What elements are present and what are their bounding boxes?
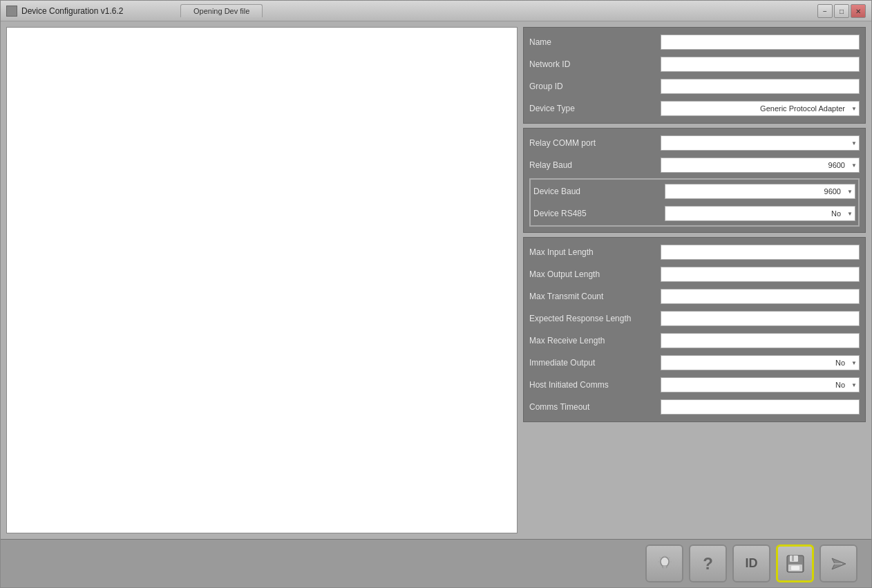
field-row-max-input-length: Max Input Length	[529, 243, 860, 261]
input-expected-response-length[interactable]	[661, 311, 860, 326]
field-row-device-baud: Device Baud 9600 19200 38400 57600 11520…	[533, 182, 855, 200]
id-button[interactable]: ID	[732, 544, 770, 582]
svg-line-5	[659, 557, 661, 558]
main-content: Name Network ID Group ID Device Type	[1, 21, 871, 587]
field-row-network-id: Network ID	[529, 55, 860, 73]
svg-line-4	[669, 557, 670, 558]
select-device-baud[interactable]: 9600 19200 38400 57600 115200	[665, 184, 855, 199]
canvas-panel	[6, 27, 518, 533]
label-max-input-length: Max Input Length	[529, 247, 661, 257]
select-relay-baud[interactable]: 9600 19200 38400 57600 115200	[661, 158, 860, 173]
input-max-input-length[interactable]	[661, 245, 860, 260]
label-comms-timeout: Comms Timeout	[529, 402, 661, 412]
window-title: Device Configuration v1.6.2	[21, 6, 123, 16]
send-button[interactable]	[819, 544, 857, 582]
label-group-id: Group ID	[529, 82, 661, 91]
svg-point-0	[661, 557, 669, 567]
svg-rect-2	[663, 568, 666, 569]
label-device-baud: Device Baud	[533, 187, 665, 196]
send-icon	[829, 554, 849, 573]
select-wrapper-immediate-output: No Yes	[661, 355, 860, 370]
label-expected-response-length: Expected Response Length	[529, 314, 661, 323]
svg-rect-10	[792, 556, 794, 561]
input-group-id[interactable]	[661, 79, 860, 94]
svg-rect-14	[834, 563, 842, 565]
bottom-toolbar: ? ID	[1, 539, 871, 587]
field-row-group-id: Group ID	[529, 77, 860, 95]
input-max-output-length[interactable]	[661, 267, 860, 282]
label-relay-comm-port: Relay COMM port	[529, 138, 661, 148]
select-immediate-output[interactable]: No Yes	[661, 355, 860, 370]
app-icon	[6, 6, 17, 17]
select-wrapper-relay-baud: 9600 19200 38400 57600 115200	[661, 158, 860, 173]
bulb-button[interactable]	[645, 544, 683, 582]
select-wrapper-device-baud: 9600 19200 38400 57600 115200	[665, 184, 855, 199]
comm-section: Relay COMM port Relay Baud 9600 1	[523, 128, 866, 233]
field-row-immediate-output: Immediate Output No Yes	[529, 354, 860, 372]
window-controls: − □ ✕	[817, 4, 866, 18]
maximize-button[interactable]: □	[834, 4, 849, 18]
svg-rect-1	[663, 566, 667, 568]
select-device-rs485[interactable]: No Yes	[665, 206, 855, 221]
title-bar: Device Configuration v1.6.2 Opening Dev …	[1, 1, 871, 21]
field-row-max-transmit-count: Max Transmit Count	[529, 287, 860, 305]
label-relay-baud: Relay Baud	[529, 160, 661, 170]
label-max-transmit-count: Max Transmit Count	[529, 292, 661, 301]
label-max-output-length: Max Output Length	[529, 269, 661, 279]
svg-rect-12	[791, 566, 799, 570]
input-max-receive-length[interactable]	[661, 333, 860, 348]
label-device-rs485: Device RS485	[533, 209, 665, 218]
content-area: Name Network ID Group ID Device Type	[1, 21, 871, 539]
field-row-expected-response-length: Expected Response Length	[529, 310, 860, 328]
field-row-comms-timeout: Comms Timeout	[529, 398, 860, 416]
field-row-max-receive-length: Max Receive Length	[529, 332, 860, 350]
save-button[interactable]	[776, 544, 814, 582]
select-relay-comm-port[interactable]	[661, 135, 860, 151]
field-row-device-rs485: Device RS485 No Yes	[533, 205, 855, 222]
field-row-host-initiated-comms: Host Initiated Comms No Yes	[529, 376, 860, 394]
help-icon: ?	[703, 554, 713, 573]
select-wrapper-device-type: Generic Protocol Adapter	[661, 101, 860, 116]
label-network-id: Network ID	[529, 59, 661, 69]
select-wrapper-host-initiated-comms: No Yes	[661, 377, 860, 392]
bulb-icon	[655, 554, 674, 573]
input-network-id[interactable]	[661, 57, 860, 72]
file-tab[interactable]: Opening Dev file	[180, 4, 263, 17]
field-row-max-output-length: Max Output Length	[529, 265, 860, 283]
input-max-transmit-count[interactable]	[661, 289, 860, 304]
right-panel: Name Network ID Group ID Device Type	[523, 27, 866, 533]
label-immediate-output: Immediate Output	[529, 358, 661, 368]
select-wrapper-device-rs485: No Yes	[665, 206, 855, 221]
field-row-name: Name	[529, 33, 860, 51]
select-device-type[interactable]: Generic Protocol Adapter	[661, 101, 860, 116]
id-icon: ID	[746, 556, 758, 571]
label-name: Name	[529, 37, 661, 47]
select-wrapper-relay-comm-port	[661, 135, 860, 151]
protocol-section: Max Input Length Max Output Length Max T…	[523, 237, 866, 422]
input-name[interactable]	[661, 35, 860, 50]
basic-section: Name Network ID Group ID Device Type	[523, 27, 866, 124]
label-host-initiated-comms: Host Initiated Comms	[529, 380, 661, 390]
minimize-button[interactable]: −	[817, 4, 833, 18]
field-row-device-type: Device Type Generic Protocol Adapter	[529, 99, 860, 117]
field-row-relay-baud: Relay Baud 9600 19200 38400 57600 115200	[529, 156, 860, 174]
label-max-receive-length: Max Receive Length	[529, 336, 661, 345]
close-button[interactable]: ✕	[851, 4, 866, 18]
save-icon	[785, 553, 806, 574]
field-row-relay-comm-port: Relay COMM port	[529, 134, 860, 152]
input-comms-timeout[interactable]	[661, 399, 860, 415]
select-host-initiated-comms[interactable]: No Yes	[661, 377, 860, 392]
main-window: Device Configuration v1.6.2 Opening Dev …	[0, 0, 872, 588]
label-device-type: Device Type	[529, 104, 661, 113]
highlighted-comm-subsection: Device Baud 9600 19200 38400 57600 11520…	[529, 178, 860, 227]
help-button[interactable]: ?	[689, 544, 727, 582]
